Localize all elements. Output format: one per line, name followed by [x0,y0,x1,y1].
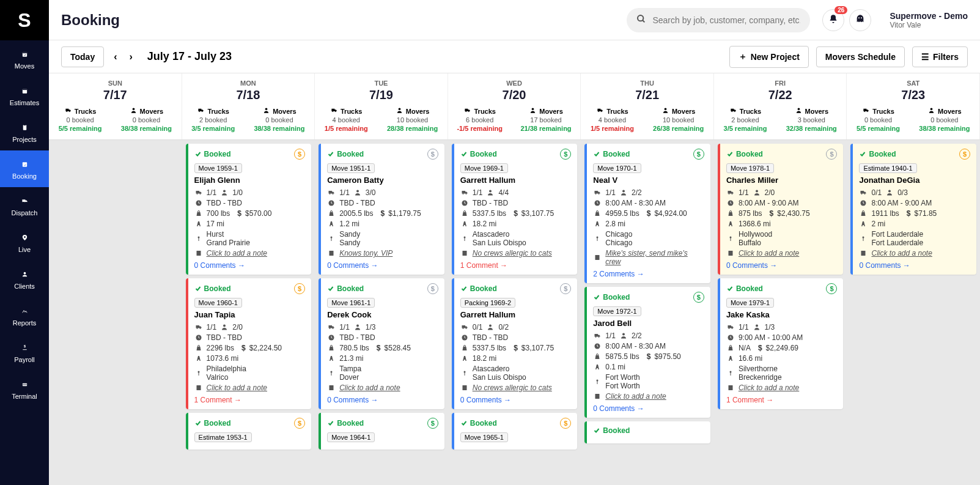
dollar-sign-icon: $ [241,344,246,352]
comments-link[interactable]: 0 Comments → [859,261,970,270]
job-card[interactable]: Booked [584,421,710,443]
status-badge: Booked [194,150,231,158]
note-link[interactable]: Mike's sister, send mike's crew [605,249,704,266]
note-link[interactable]: Knows tony. VIP [339,249,392,257]
note-link[interactable]: Click to add a note [739,383,799,392]
comments-link[interactable]: 0 Comments → [593,404,704,413]
customer-name: Charles Miller [726,176,838,185]
comments-link[interactable]: 2 Comments → [593,270,704,278]
nav-moves[interactable]: Moves [0,40,49,77]
job-card[interactable]: Booked$Move 1964-1 [319,413,444,450]
note-link[interactable]: No crews allergic to cats [473,249,552,257]
nav-estimates[interactable]: Estimates [0,77,49,114]
trucks-label: Trucks [729,107,761,115]
job-card[interactable]: Booked$ Move 1972-1 Jarod Bell 1/12/2 8:… [584,287,710,418]
next-week-button[interactable]: › [127,49,135,65]
note-link[interactable]: Click to add a note [871,249,932,257]
truck-icon [194,324,203,331]
svg-point-20 [202,111,203,113]
nav-clients[interactable]: Clients [0,261,49,297]
job-card[interactable]: Booked$ Move 1979-1 Jake Kaska 1/11/3 9:… [718,278,844,409]
road-icon [726,355,735,362]
svg-rect-13 [22,384,26,385]
svg-rect-44 [196,251,201,256]
new-project-button[interactable]: ＋New Project [729,46,809,68]
nav-booking[interactable]: Booking [0,150,49,187]
nav-terminal[interactable]: Terminal [0,371,49,407]
note-icon [194,384,203,391]
job-card[interactable]: Booked$ Move 1970-1 Neal V 1/12/2 8:00 A… [584,144,710,283]
note-icon [460,250,469,257]
job-card[interactable]: Booked$ Move 1969-1 Garrett Hallum 1/14/… [452,144,578,275]
status-badge: Booked [859,150,896,158]
nav-projects[interactable]: Projects [0,114,49,150]
svg-point-110 [731,328,732,329]
pin-icon [593,378,602,385]
svg-point-34 [864,111,866,113]
note-link[interactable]: Click to add a note [339,383,400,392]
comments-link[interactable]: 0 Comments → [194,261,306,270]
comments-link[interactable]: 1 Comment → [460,261,572,270]
status-badge: Booked [194,419,231,428]
job-card[interactable]: Booked$Move 1965-1 [452,413,578,450]
comments-link[interactable]: 1 Comment → [194,396,306,404]
comments-link[interactable]: 0 Comments → [327,261,438,270]
comments-link[interactable]: 0 Comments → [460,396,572,404]
svg-point-26 [468,111,470,113]
svg-point-93 [595,336,597,338]
note-link[interactable]: Click to add a note [207,249,267,257]
job-tag: Move 1972-1 [593,306,641,316]
job-card[interactable]: Booked$ Move 1960-1 Juan Tapia 1/12/0 TB… [186,278,312,409]
job-card[interactable]: Booked$Estimate 1953-1 [186,413,312,450]
svg-point-117 [861,193,863,194]
prev-week-button[interactable]: ‹ [111,49,119,65]
svg-rect-67 [331,372,332,376]
job-card[interactable]: Booked$ Move 1978-1 Charles Miller 1/12/… [718,144,844,275]
nav-payroll[interactable]: $Payroll [0,334,49,371]
search-box[interactable] [627,8,810,32]
board[interactable]: Booked$ Move 1959-1 Elijah Glenn 1/11/0 … [49,140,980,485]
board-column: Booked$ Estimate 1940-1 Jonathan DeGia 0… [847,140,980,485]
svg-point-95 [622,333,625,336]
note-link[interactable]: Click to add a note [605,392,666,401]
clock-icon [194,334,203,341]
dollar-sign-icon: $ [758,344,762,352]
comments-link[interactable]: 0 Comments → [327,396,438,404]
svg-point-71 [489,190,492,193]
nav-reports[interactable]: Reports [0,297,49,334]
comments-link[interactable]: 0 Comments → [726,261,838,270]
person-icon [619,332,628,339]
job-tag: Move 1960-1 [194,298,242,308]
ghost-button[interactable] [849,9,871,31]
job-card[interactable]: Booked$ Estimate 1940-1 Jonathan DeGia 0… [850,144,976,275]
note-link[interactable]: No crews allergic to cats [473,383,552,392]
note-link[interactable]: Click to add a note [739,249,799,257]
today-button[interactable]: Today [61,46,104,67]
job-card[interactable]: Booked$ Packing 1969-2 Garrett Hallum 0/… [452,278,578,409]
search-input[interactable] [652,15,800,25]
nav-dispatch[interactable]: Dispatch [0,187,49,224]
job-card[interactable]: Booked$ Move 1951-1 Cameron Batty 1/13/0… [319,144,444,275]
person-icon [220,189,229,196]
comments-link[interactable]: 1 Comment → [726,396,838,404]
dollar-icon: $ [560,283,571,294]
movers-schedule-button[interactable]: Movers Schedule [816,46,905,67]
status-badge: Booked [194,284,231,293]
truck-icon [327,324,336,331]
svg-rect-68 [330,385,334,390]
job-card[interactable]: Booked$ Move 1959-1 Elijah Glenn 1/11/0 … [186,144,312,275]
user-info[interactable]: Supermove - Demo Vitor Vale [890,11,968,29]
svg-point-62 [333,328,334,329]
notifications-button[interactable]: 26 [822,9,844,31]
dollar-icon: $ [294,283,305,294]
weight-icon [194,210,203,217]
job-card[interactable]: Booked$ Move 1961-1 Derek Cook 1/11/3 TB… [319,278,444,409]
note-link[interactable]: Click to add a note [207,383,267,392]
svg-rect-123 [863,238,864,241]
nav-live[interactable]: Live [0,224,49,261]
person-icon [220,324,229,331]
customer-name: Garrett Hallum [460,310,572,319]
person-icon [353,189,362,196]
status-badge: Booked [327,284,364,293]
filters-button[interactable]: ☰Filters [912,46,968,67]
